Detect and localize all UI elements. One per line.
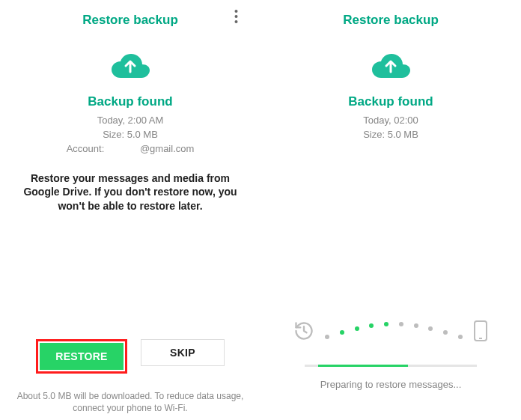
svg-point-2 [235, 20, 238, 23]
svg-point-1 [235, 15, 238, 18]
backup-account: Account: @gmail.com [67, 142, 195, 156]
backup-size: Size: 5.0 MB [363, 128, 418, 142]
redacted-username [107, 145, 140, 153]
transfer-dots [320, 321, 467, 344]
backup-meta: Today, 02:00 Size: 5.0 MB [363, 114, 418, 142]
restore-button[interactable]: RESTORE [40, 343, 124, 370]
progress-bar-fill [318, 365, 408, 367]
progress-status-text: Preparing to restore messages... [320, 379, 462, 390]
backup-meta: Today, 2:00 AM Size: 5.0 MB Account: @gm… [67, 114, 195, 156]
backup-time: Today, 2:00 AM [67, 114, 195, 128]
backup-time: Today, 02:00 [363, 114, 418, 128]
tutorial-highlight: RESTORE [36, 339, 127, 374]
transfer-animation [293, 320, 488, 345]
restore-backup-screen-choice: Restore backup Backup found Today, 2:00 … [0, 0, 260, 420]
svg-point-0 [235, 10, 238, 13]
header: Restore backup [0, 0, 260, 36]
cloud-upload-icon [370, 51, 412, 84]
page-title: Restore backup [82, 13, 178, 28]
progress-bar [305, 365, 477, 367]
backup-found-title: Backup found [88, 94, 172, 109]
backup-found-title: Backup found [348, 94, 433, 109]
action-buttons: RESTORE SKIP [0, 339, 260, 374]
phone-icon [473, 320, 488, 345]
history-icon [293, 320, 314, 344]
cloud-upload-icon [109, 51, 151, 84]
progress-area: Preparing to restore messages... [260, 320, 521, 390]
skip-button[interactable]: SKIP [141, 339, 225, 366]
restore-backup-screen-progress: Restore backup Backup found Today, 02:00… [260, 0, 521, 420]
page-title: Restore backup [343, 13, 439, 28]
header: Restore backup [260, 0, 521, 36]
restore-description: Restore your messages and media from Goo… [0, 171, 260, 214]
data-usage-note: About 5.0 MB will be downloaded. To redu… [0, 390, 260, 414]
more-options-icon[interactable] [234, 9, 238, 26]
backup-size: Size: 5.0 MB [67, 128, 195, 142]
